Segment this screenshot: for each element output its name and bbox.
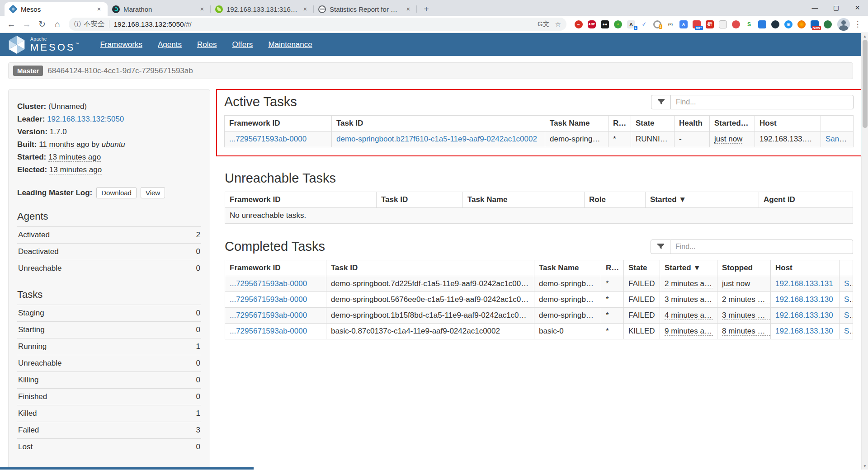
table-row: Finished0 [17, 389, 201, 405]
active-find-input[interactable] [671, 95, 854, 109]
cluster-label: Cluster: [17, 102, 46, 111]
extension-globe2-icon[interactable] [824, 20, 832, 28]
built-time: 11 months ago [39, 140, 89, 149]
extension-blue-icon[interactable] [758, 20, 766, 28]
nav-item-agents[interactable]: Agents [150, 33, 189, 56]
home-icon[interactable]: ⌂ [51, 18, 64, 31]
scroll-up-icon[interactable]: ▲ [862, 33, 868, 40]
scroll-down-icon[interactable]: ▼ [862, 463, 868, 470]
elected-label: Elected: [17, 165, 47, 174]
content-row: Cluster: (Unnamed) Leader: 192.168.133.1… [0, 89, 861, 470]
extension-new-icon[interactable]: New [811, 20, 819, 28]
extension-dark-icon[interactable]: ●● [601, 20, 609, 28]
host-link[interactable]: 192.168.133.130 [775, 295, 833, 304]
extension-navy-icon[interactable] [771, 20, 779, 28]
scrollbar-thumb[interactable] [863, 40, 868, 128]
translate-icon[interactable]: G文 [538, 20, 550, 28]
log-download-button[interactable]: Download [96, 187, 137, 198]
host-link[interactable]: 192.168.133.130 [775, 327, 833, 335]
sandbox-link[interactable]: Sandbox [826, 135, 854, 143]
master-id: 68464124-810c-4cc1-9d7c-7295671593ab [47, 66, 193, 75]
framework-link[interactable]: ...7295671593ab-0000 [230, 295, 307, 304]
extension-cat-icon[interactable]: ᐱ1 [627, 20, 635, 28]
back-icon[interactable]: ← [5, 18, 18, 31]
spring-icon [215, 5, 223, 13]
address-bar[interactable]: ⓘ 不安全 192.168.133.132:5050 /#/ G文 ☆ [69, 18, 566, 31]
sandbox-link[interactable]: Sandbox [844, 311, 853, 320]
filter-icon[interactable] [651, 240, 670, 254]
browser-menu-icon[interactable]: ⋮ [852, 19, 863, 30]
framework-link[interactable]: ...7295671593ab-0000 [229, 135, 307, 143]
sandbox-link[interactable]: Sandbox [844, 279, 853, 288]
close-window-button[interactable]: ✕ [847, 0, 868, 15]
master-log-label: Leading Master Log: [17, 188, 92, 197]
completed-find-input[interactable] [670, 240, 853, 254]
framework-link[interactable]: ...7295671593ab-0000 [230, 311, 307, 320]
started-time: 13 minutes ago [48, 153, 101, 162]
extension-infinity-icon[interactable]: ∞ [575, 20, 583, 28]
log-view-button[interactable]: View [141, 187, 165, 198]
sandbox-link[interactable]: Sandbox [844, 295, 853, 304]
table-row: Deactivated0 [17, 244, 201, 260]
profile-avatar[interactable] [837, 18, 850, 31]
host-link[interactable]: 192.168.133.131 [775, 279, 833, 288]
extension-check-icon[interactable]: ✓ [640, 20, 648, 28]
bookmark-star-icon[interactable]: ☆ [555, 20, 561, 28]
tab-hello[interactable]: 192.168.133.131:31657/hello w × [211, 2, 314, 16]
reload-icon[interactable]: ↻ [35, 18, 49, 31]
extension-note-icon[interactable] [719, 20, 727, 28]
sandbox-link[interactable]: Sandbox [844, 327, 853, 335]
minimize-button[interactable]: — [804, 0, 826, 15]
extension-green-icon[interactable]: + [614, 20, 622, 28]
brand-apache-label: Apache [30, 37, 80, 42]
empty-row: No unreachable tasks. [225, 208, 853, 224]
leader-link[interactable]: 192.168.133.132:5050 [47, 115, 124, 123]
new-tab-button[interactable]: + [420, 2, 433, 16]
extension-ring-icon[interactable]: 1 [653, 20, 661, 28]
divider [109, 20, 109, 28]
mesos-icon [9, 5, 18, 14]
tab-title: 192.168.133.131:31657/hello w [226, 5, 297, 13]
extension-shop-icon[interactable]: 99+ [693, 20, 701, 28]
nav-item-roles[interactable]: Roles [189, 33, 224, 56]
task-link[interactable]: demo-springboot.b217f610-c1a5-11e9-aaf9-… [336, 135, 537, 143]
extension-red-icon[interactable] [732, 20, 740, 28]
close-icon[interactable]: × [198, 5, 206, 13]
forward-icon[interactable]: → [20, 18, 33, 31]
table-header-row: Framework ID Task ID Task Name Role Stat… [225, 260, 853, 276]
close-icon[interactable]: × [95, 5, 103, 13]
extension-braces-icon[interactable]: (≡) [666, 20, 675, 28]
info-icon[interactable]: ⓘ [74, 20, 81, 28]
extension-translate-icon[interactable]: A [679, 20, 688, 28]
table-row: ...7295671593ab-0000 demo-springboot.b21… [225, 132, 854, 147]
tab-haproxy[interactable]: Statistics Report for HAProxy × [314, 2, 417, 16]
extension-orange-icon[interactable] [797, 20, 806, 28]
globe-icon [318, 5, 326, 13]
mesos-brand[interactable]: Apache MESOS™ [7, 34, 80, 55]
url-path: /#/ [184, 20, 192, 28]
framework-link[interactable]: ...7295671593ab-0000 [230, 327, 307, 335]
extension-zhe-icon[interactable]: 折 [706, 20, 714, 28]
tab-title: Statistics Report for HAProxy [330, 5, 401, 13]
browser-tab-strip: Mesos × Marathon × 192.168.133.131:31657… [0, 0, 868, 16]
scrollbar[interactable]: ▲ ▼ [861, 33, 868, 470]
nav-item-frameworks[interactable]: Frameworks [92, 33, 150, 56]
close-icon[interactable]: × [404, 5, 412, 13]
maximize-button[interactable]: ▢ [826, 0, 847, 15]
nav-item-offers[interactable]: Offers [224, 33, 260, 56]
mesos-navbar: Apache MESOS™ Frameworks Agents Roles Of… [0, 33, 861, 56]
nav-item-maintenance[interactable]: Maintenance [260, 33, 320, 56]
version-value: 1.7.0 [50, 127, 67, 136]
extension-s-icon[interactable]: S [745, 20, 753, 28]
tab-mesos[interactable]: Mesos × [5, 2, 108, 16]
extension-chat-icon[interactable]: ▣ [784, 20, 793, 28]
close-icon[interactable]: × [301, 5, 309, 13]
mesos-nav-items: Frameworks Agents Roles Offers Maintenan… [92, 33, 320, 56]
partially-visible-blue-element [0, 467, 254, 470]
framework-link[interactable]: ...7295671593ab-0000 [230, 279, 307, 288]
extension-adblock-icon[interactable]: ABP [588, 20, 596, 28]
host-link[interactable]: 192.168.133.130 [775, 311, 833, 320]
tab-marathon[interactable]: Marathon × [108, 2, 211, 16]
filter-icon[interactable] [651, 95, 671, 109]
page-viewport: ▲ ▼ Apache MESOS™ Fram [0, 33, 868, 470]
